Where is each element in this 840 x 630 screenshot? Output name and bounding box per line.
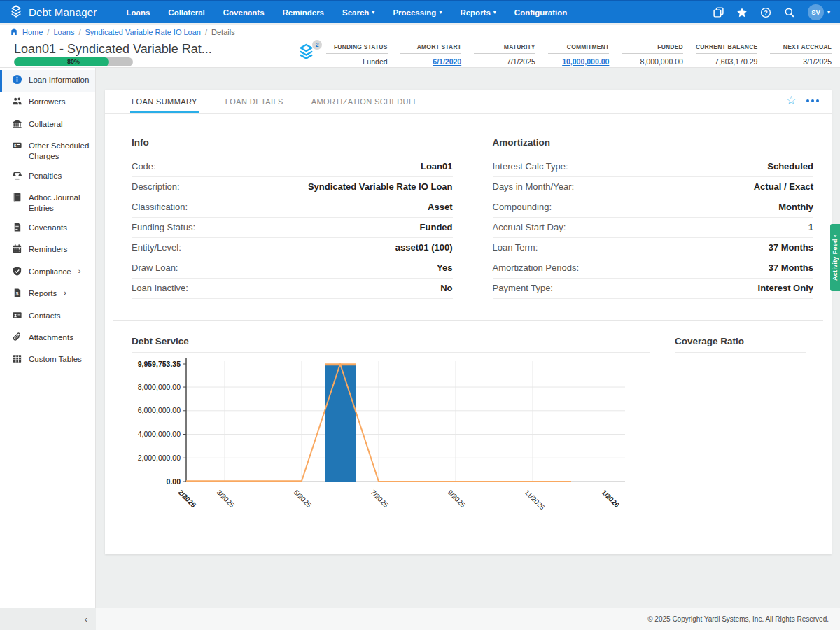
breadcrumb-separator: / bbox=[78, 28, 80, 36]
field-row-funding-status: Funding Status:Funded bbox=[132, 218, 453, 238]
breadcrumb: Home / Loans / Syndicated Variable Rate … bbox=[0, 24, 840, 40]
users-icon bbox=[12, 96, 22, 108]
stat-funded: FUNDED 8,000,000.00 bbox=[622, 43, 683, 66]
sidebar-item-adhoc-journal-entries[interactable]: Adhoc Journal Entries bbox=[0, 188, 95, 218]
shield-icon bbox=[12, 266, 22, 279]
loan-summary-card: LOAN SUMMARY LOAN DETAILS AMORTIZATION S… bbox=[105, 90, 832, 554]
sidebar-collapse-icon[interactable]: ‹ bbox=[85, 614, 88, 624]
caret-down-icon: ▾ bbox=[827, 9, 830, 15]
stat-amort-start: AMORT START 6/1/2020 bbox=[400, 43, 462, 66]
scales-icon bbox=[12, 170, 22, 183]
sidebar-item-reminders[interactable]: Reminders bbox=[0, 239, 95, 261]
svg-text:$: $ bbox=[14, 143, 17, 148]
info-section: Info Code:Loan01 Description:Syndicated … bbox=[132, 137, 453, 299]
table-grid-icon bbox=[12, 354, 22, 366]
report-icon: $ bbox=[12, 288, 22, 300]
nav-item-collateral[interactable]: Collateral bbox=[168, 8, 204, 17]
field-row-classification: Classification:Asset bbox=[132, 197, 453, 218]
paperclip-icon bbox=[12, 332, 22, 344]
charges-icon: $ bbox=[12, 140, 22, 153]
nav-item-search[interactable]: Search▾ bbox=[342, 8, 374, 17]
field-row-compounding: Compounding:Monthly bbox=[493, 197, 814, 218]
nav-item-loans[interactable]: Loans bbox=[126, 8, 150, 17]
nav-item-covenants[interactable]: Covenants bbox=[223, 8, 265, 17]
breadcrumb-loans[interactable]: Loans bbox=[53, 28, 74, 36]
field-row-draw-loan: Draw Loan:Yes bbox=[132, 258, 453, 279]
stat-funding-status: FUNDING STATUS Funded bbox=[326, 43, 388, 66]
sidebar-item-reports[interactable]: $ Reports › bbox=[0, 284, 95, 305]
nav-item-reminders[interactable]: Reminders bbox=[283, 8, 324, 17]
svg-text:2/2025: 2/2025 bbox=[177, 489, 198, 510]
home-icon[interactable] bbox=[10, 27, 18, 37]
debt-service-section: Debt Service 0.002,000,000.004,000,000.0… bbox=[132, 336, 659, 531]
stat-next-accrual: NEXT ACCRUAL 3/1/2025 bbox=[770, 43, 832, 66]
journal-book-icon bbox=[12, 192, 22, 204]
sidebar-item-custom-tables[interactable]: Custom Tables bbox=[0, 349, 95, 371]
user-menu[interactable]: SV ▾ bbox=[808, 4, 830, 20]
brand-name: Debt Manager bbox=[29, 6, 97, 18]
tab-bar: LOAN SUMMARY LOAN DETAILS AMORTIZATION S… bbox=[105, 90, 832, 114]
sidebar-item-compliance[interactable]: Compliance › bbox=[0, 262, 95, 284]
amortization-section: Amortization Interest Calc Type:Schedule… bbox=[493, 137, 814, 299]
nav-item-configuration[interactable]: Configuration bbox=[514, 8, 567, 17]
sidebar-item-loan-information[interactable]: Loan Information bbox=[0, 70, 95, 92]
field-row-loan-inactive: Loan Inactive:No bbox=[132, 279, 453, 299]
breadcrumb-separator: / bbox=[205, 28, 207, 36]
sidebar-item-penalties[interactable]: Penalties bbox=[0, 166, 95, 188]
svg-text:3/2025: 3/2025 bbox=[216, 489, 237, 510]
svg-text:5/2025: 5/2025 bbox=[293, 489, 314, 510]
nav-menu: Loans Collateral Covenants Reminders Sea… bbox=[126, 8, 567, 17]
nav-item-processing[interactable]: Processing▾ bbox=[393, 8, 442, 17]
activity-feed-label: Activity Feed ‹ bbox=[832, 234, 839, 281]
stat-maturity: MATURITY 7/1/2025 bbox=[474, 43, 536, 66]
amortization-section-title: Amortization bbox=[493, 137, 814, 148]
favorites-star-icon[interactable] bbox=[736, 6, 748, 18]
progress-label: 80% bbox=[14, 57, 133, 66]
search-icon[interactable] bbox=[784, 6, 796, 18]
loan-header-bar: Loan01 - Syndicated Variable Rat... 80% … bbox=[0, 40, 840, 68]
top-navbar: Debt Manager Loans Collateral Covenants … bbox=[0, 0, 840, 23]
field-row-description: Description:Syndicated Variable Rate IO … bbox=[132, 177, 453, 197]
sidebar-item-borrowers[interactable]: Borrowers bbox=[0, 92, 95, 113]
nav-item-reports[interactable]: Reports▾ bbox=[460, 8, 496, 17]
more-options-icon[interactable] bbox=[806, 97, 819, 105]
caret-down-icon: ▾ bbox=[372, 10, 374, 15]
svg-text:9,959,753.35: 9,959,753.35 bbox=[138, 360, 181, 368]
breadcrumb-home[interactable]: Home bbox=[22, 28, 43, 36]
svg-text:11/2025: 11/2025 bbox=[524, 489, 547, 512]
debt-service-title: Debt Service bbox=[132, 336, 650, 353]
page-title: Loan01 - Syndicated Variable Rat... bbox=[14, 42, 212, 57]
sidebar-footer: ‹ bbox=[0, 608, 96, 630]
brand[interactable]: Debt Manager bbox=[0, 4, 106, 21]
stat-current-balance: CURRENT BALANCE 7,603,170.29 bbox=[696, 43, 757, 66]
sidebar-item-collateral[interactable]: Collateral bbox=[0, 114, 95, 136]
calendar-icon bbox=[12, 244, 22, 256]
stat-commitment: COMMITMENT 10,000,000.00 bbox=[548, 43, 610, 66]
loan-stack-icon[interactable]: 2 bbox=[297, 42, 321, 64]
chevron-right-icon: › bbox=[78, 267, 81, 276]
field-row-interest-calc-type: Interest Calc Type:Scheduled bbox=[493, 157, 814, 177]
sidebar-item-attachments[interactable]: Attachments bbox=[0, 328, 95, 349]
svg-text:0.00: 0.00 bbox=[167, 477, 181, 486]
summary-fields: Info Code:Loan01 Description:Syndicated … bbox=[105, 114, 832, 299]
activity-feed-tab[interactable]: Activity Feed ‹ bbox=[830, 224, 840, 291]
svg-text:4,000,000.00: 4,000,000.00 bbox=[138, 430, 181, 438]
breadcrumb-loan-name[interactable]: Syndicated Variable Rate IO Loan bbox=[85, 28, 201, 36]
field-row-payment-type: Payment Type:Interest Only bbox=[493, 279, 814, 299]
svg-text:6,000,000.00: 6,000,000.00 bbox=[138, 406, 181, 414]
svg-text:$: $ bbox=[16, 291, 19, 297]
tab-amortization-schedule[interactable]: AMORTIZATION SCHEDULE bbox=[310, 90, 420, 113]
sidebar-item-contacts[interactable]: Contacts bbox=[0, 306, 95, 328]
sidebar-item-other-scheduled-charges[interactable]: $ Other Scheduled Charges bbox=[0, 136, 95, 166]
tab-loan-summary[interactable]: LOAN SUMMARY bbox=[130, 90, 199, 113]
svg-text:1/2026: 1/2026 bbox=[601, 489, 622, 510]
help-icon[interactable]: ? bbox=[760, 6, 772, 18]
sidebar-item-covenants[interactable]: Covenants bbox=[0, 218, 95, 239]
field-row-loan-term: Loan Term:37 Months bbox=[493, 238, 814, 258]
field-row-amortization-periods: Amortization Periods:37 Months bbox=[493, 258, 814, 279]
favorite-star-outline-icon[interactable]: ☆ bbox=[786, 94, 797, 106]
windows-copy-icon[interactable] bbox=[713, 6, 724, 18]
bank-icon bbox=[12, 118, 22, 131]
debt-service-chart: 0.002,000,000.004,000,000.006,000,000.00… bbox=[132, 353, 659, 531]
tab-loan-details[interactable]: LOAN DETAILS bbox=[224, 90, 285, 113]
